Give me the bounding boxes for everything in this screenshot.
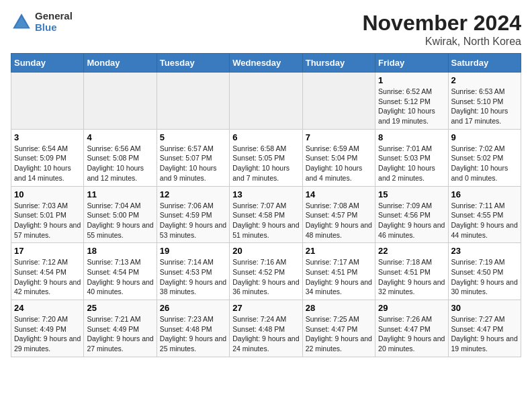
logo-blue-text: Blue [35, 22, 73, 34]
day-info: Sunrise: 6:57 AM Sunset: 5:07 PM Dayligh… [160, 144, 226, 183]
day-number: 29 [378, 303, 445, 313]
day-number: 1 [378, 75, 445, 85]
calendar-cell: 26Sunrise: 7:23 AM Sunset: 4:48 PM Dayli… [157, 300, 229, 357]
day-number: 19 [160, 246, 226, 256]
calendar-cell: 11Sunrise: 7:04 AM Sunset: 5:00 PM Dayli… [84, 186, 157, 243]
calendar-cell: 2Sunrise: 6:53 AM Sunset: 5:10 PM Daylig… [448, 73, 521, 130]
day-info: Sunrise: 6:52 AM Sunset: 5:12 PM Dayligh… [378, 87, 445, 126]
day-info: Sunrise: 7:13 AM Sunset: 4:54 PM Dayligh… [87, 257, 153, 297]
calendar-cell: 19Sunrise: 7:14 AM Sunset: 4:53 PM Dayli… [157, 243, 229, 300]
week-row-4: 17Sunrise: 7:12 AM Sunset: 4:54 PM Dayli… [11, 243, 521, 300]
logo-general-text: General [35, 11, 73, 22]
day-number: 16 [451, 189, 518, 199]
calendar-cell [157, 73, 229, 130]
day-info: Sunrise: 6:53 AM Sunset: 5:10 PM Dayligh… [451, 87, 518, 126]
week-row-3: 10Sunrise: 7:03 AM Sunset: 5:01 PM Dayli… [11, 186, 521, 243]
calendar-cell: 18Sunrise: 7:13 AM Sunset: 4:54 PM Dayli… [84, 243, 157, 300]
calendar-cell: 25Sunrise: 7:21 AM Sunset: 4:49 PM Dayli… [84, 300, 157, 357]
calendar-cell: 4Sunrise: 6:56 AM Sunset: 5:08 PM Daylig… [84, 129, 157, 186]
day-info: Sunrise: 6:59 AM Sunset: 5:04 PM Dayligh… [306, 144, 372, 183]
calendar-header-row: SundayMondayTuesdayWednesdayThursdayFrid… [11, 54, 521, 73]
day-number: 27 [232, 303, 299, 313]
day-number: 8 [378, 132, 445, 142]
day-info: Sunrise: 7:07 AM Sunset: 4:58 PM Dayligh… [232, 201, 299, 240]
calendar-cell: 7Sunrise: 6:59 AM Sunset: 5:04 PM Daylig… [302, 129, 375, 186]
day-info: Sunrise: 7:23 AM Sunset: 4:48 PM Dayligh… [160, 314, 226, 354]
calendar-cell: 30Sunrise: 7:27 AM Sunset: 4:47 PM Dayli… [448, 300, 521, 357]
day-number: 15 [378, 189, 445, 199]
day-info: Sunrise: 7:14 AM Sunset: 4:53 PM Dayligh… [160, 257, 226, 297]
day-info: Sunrise: 7:21 AM Sunset: 4:49 PM Dayligh… [87, 314, 153, 354]
day-number: 28 [306, 303, 372, 313]
day-number: 18 [87, 246, 153, 256]
day-number: 20 [232, 246, 299, 256]
header-wednesday: Wednesday [230, 54, 302, 73]
day-info: Sunrise: 7:01 AM Sunset: 5:03 PM Dayligh… [378, 144, 445, 183]
calendar-cell: 21Sunrise: 7:17 AM Sunset: 4:51 PM Dayli… [302, 243, 375, 300]
calendar-cell [11, 73, 84, 130]
header-saturday: Saturday [448, 54, 521, 73]
day-number: 11 [87, 189, 153, 199]
day-info: Sunrise: 7:20 AM Sunset: 4:49 PM Dayligh… [14, 314, 81, 354]
day-number: 5 [160, 132, 226, 142]
location-title: Kwirak, North Korea [362, 36, 521, 48]
day-info: Sunrise: 7:03 AM Sunset: 5:01 PM Dayligh… [14, 201, 81, 240]
day-info: Sunrise: 7:11 AM Sunset: 4:55 PM Dayligh… [451, 201, 518, 240]
calendar-cell: 3Sunrise: 6:54 AM Sunset: 5:09 PM Daylig… [11, 129, 84, 186]
day-info: Sunrise: 7:02 AM Sunset: 5:02 PM Dayligh… [451, 144, 518, 183]
header-monday: Monday [84, 54, 157, 73]
calendar-cell: 13Sunrise: 7:07 AM Sunset: 4:58 PM Dayli… [230, 186, 302, 243]
calendar-cell: 23Sunrise: 7:19 AM Sunset: 4:50 PM Dayli… [448, 243, 521, 300]
day-number: 26 [160, 303, 226, 313]
day-info: Sunrise: 7:04 AM Sunset: 5:00 PM Dayligh… [87, 201, 153, 240]
week-row-1: 1Sunrise: 6:52 AM Sunset: 5:12 PM Daylig… [11, 73, 521, 130]
day-number: 30 [451, 303, 518, 313]
calendar-cell: 27Sunrise: 7:24 AM Sunset: 4:48 PM Dayli… [230, 300, 302, 357]
day-number: 3 [14, 132, 81, 142]
week-row-5: 24Sunrise: 7:20 AM Sunset: 4:49 PM Dayli… [11, 300, 521, 357]
day-info: Sunrise: 6:58 AM Sunset: 5:05 PM Dayligh… [232, 144, 299, 183]
calendar-cell: 6Sunrise: 6:58 AM Sunset: 5:05 PM Daylig… [230, 129, 302, 186]
calendar-cell: 5Sunrise: 6:57 AM Sunset: 5:07 PM Daylig… [157, 129, 229, 186]
header-friday: Friday [375, 54, 448, 73]
calendar-cell: 16Sunrise: 7:11 AM Sunset: 4:55 PM Dayli… [448, 186, 521, 243]
day-number: 21 [306, 246, 372, 256]
logo: General Blue [11, 11, 73, 33]
day-number: 9 [451, 132, 518, 142]
day-info: Sunrise: 7:27 AM Sunset: 4:47 PM Dayligh… [451, 314, 518, 354]
day-number: 13 [232, 189, 299, 199]
day-info: Sunrise: 6:56 AM Sunset: 5:08 PM Dayligh… [87, 144, 153, 183]
day-info: Sunrise: 6:54 AM Sunset: 5:09 PM Dayligh… [14, 144, 81, 183]
calendar-cell: 1Sunrise: 6:52 AM Sunset: 5:12 PM Daylig… [375, 73, 448, 130]
day-number: 25 [87, 303, 153, 313]
calendar-cell: 28Sunrise: 7:25 AM Sunset: 4:47 PM Dayli… [302, 300, 375, 357]
calendar-cell [230, 73, 302, 130]
calendar-cell: 17Sunrise: 7:12 AM Sunset: 4:54 PM Dayli… [11, 243, 84, 300]
calendar-cell [302, 73, 375, 130]
day-info: Sunrise: 7:12 AM Sunset: 4:54 PM Dayligh… [14, 257, 81, 297]
day-info: Sunrise: 7:19 AM Sunset: 4:50 PM Dayligh… [451, 257, 518, 297]
day-number: 7 [306, 132, 372, 142]
day-number: 14 [306, 189, 372, 199]
day-number: 17 [14, 246, 81, 256]
day-info: Sunrise: 7:25 AM Sunset: 4:47 PM Dayligh… [306, 314, 372, 354]
calendar-cell: 14Sunrise: 7:08 AM Sunset: 4:57 PM Dayli… [302, 186, 375, 243]
calendar-cell: 20Sunrise: 7:16 AM Sunset: 4:52 PM Dayli… [230, 243, 302, 300]
day-info: Sunrise: 7:09 AM Sunset: 4:56 PM Dayligh… [378, 201, 445, 240]
day-info: Sunrise: 7:16 AM Sunset: 4:52 PM Dayligh… [232, 257, 299, 297]
day-info: Sunrise: 7:26 AM Sunset: 4:47 PM Dayligh… [378, 314, 445, 354]
day-number: 23 [451, 246, 518, 256]
logo-icon [11, 11, 32, 33]
header: General Blue November 2024 Kwirak, North… [11, 11, 521, 48]
month-title: November 2024 [362, 11, 521, 36]
day-number: 10 [14, 189, 81, 199]
calendar-cell: 22Sunrise: 7:18 AM Sunset: 4:51 PM Dayli… [375, 243, 448, 300]
day-number: 12 [160, 189, 226, 199]
day-info: Sunrise: 7:08 AM Sunset: 4:57 PM Dayligh… [306, 201, 372, 240]
day-number: 4 [87, 132, 153, 142]
calendar-cell: 8Sunrise: 7:01 AM Sunset: 5:03 PM Daylig… [375, 129, 448, 186]
header-thursday: Thursday [302, 54, 375, 73]
header-tuesday: Tuesday [157, 54, 229, 73]
calendar-cell: 12Sunrise: 7:06 AM Sunset: 4:59 PM Dayli… [157, 186, 229, 243]
day-number: 2 [451, 75, 518, 85]
